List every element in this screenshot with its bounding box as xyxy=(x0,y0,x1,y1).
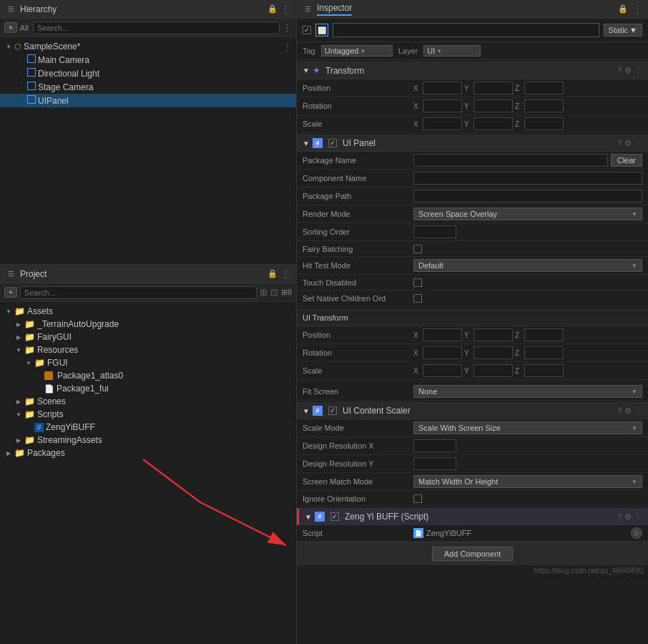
project-item-assets[interactable]: ▼ 📁 Assets xyxy=(0,305,296,318)
hierarchy-item-maincamera[interactable]: Main Camera xyxy=(0,53,296,67)
uipanel-menu-icon[interactable]: ⋮ xyxy=(634,139,642,148)
rot-x-input[interactable]: 0 xyxy=(423,99,462,112)
uirot-x-input[interactable]: 0 xyxy=(423,346,462,359)
script-ref-circle-btn[interactable]: ⊙ xyxy=(631,527,642,539)
hierarchy-item-stagecamera[interactable]: Stage Camera xyxy=(0,80,296,94)
uicontent-active-checkbox[interactable] xyxy=(328,406,337,415)
stagecamera-icon xyxy=(27,82,36,92)
add-component-button[interactable]: Add Component xyxy=(432,547,514,561)
project-menu-icon[interactable]: ⋮ xyxy=(280,268,290,280)
pos-y-input[interactable]: 0 xyxy=(473,82,513,94)
uiscale-x-input[interactable]: 1 xyxy=(423,364,462,377)
uipanel-active-checkbox[interactable] xyxy=(328,139,337,147)
hit-test-mode-dropdown[interactable]: Default ▼ xyxy=(413,259,642,272)
project-item-scenes[interactable]: ▶ 📁 Scenes xyxy=(0,395,296,408)
uitransform-rotation-row: Rotation X 0 Y 0 Z 0 xyxy=(297,344,648,362)
pos-x-input[interactable]: 0 xyxy=(423,82,462,94)
project-item-zengyibuff[interactable]: # ZengYiBUFF xyxy=(0,421,296,434)
project-item-packages[interactable]: ▶ 📁 Packages xyxy=(0,447,296,459)
hierarchy-add-btn[interactable]: + xyxy=(4,22,17,33)
uicontent-menu-icon[interactable]: ⋮ xyxy=(634,406,642,416)
project-icon1[interactable]: ⊞ xyxy=(260,287,267,298)
sorting-order-input[interactable]: 0 xyxy=(413,225,456,238)
set-native-children-checkbox[interactable] xyxy=(413,294,422,303)
component-name-input[interactable]: Component1 xyxy=(413,172,642,185)
hierarchy-panel-icon: ☰ xyxy=(6,4,16,14)
uiscale-y-input[interactable]: 1 xyxy=(473,364,513,377)
transform-section-arrow: ▼ xyxy=(303,67,310,74)
uirot-y-input[interactable]: 0 xyxy=(473,346,513,359)
project-item-terrainautoupgrade[interactable]: ▶ 📁 _TerrainAutoUpgrade xyxy=(0,318,296,331)
uipos-y-input[interactable]: 0 xyxy=(473,328,513,341)
project-add-btn[interactable]: + xyxy=(4,287,17,298)
hierarchy-item-directionallight[interactable]: Directional Light xyxy=(0,67,296,80)
fui-arrow xyxy=(34,384,43,393)
project-search-input[interactable] xyxy=(20,286,257,299)
left-panel: ☰ Hierarchy 🔒 ⋮ + All ⋮ ▼ ⬡ SampleScene* xyxy=(0,0,297,644)
project-item-streamingassets[interactable]: ▶ 📁 StreamingAssets xyxy=(0,434,296,447)
uirot-x-label: X xyxy=(413,349,421,357)
gameobject-cube-icon: ⬜ xyxy=(318,26,326,34)
screen-match-row: Screen Match Mode Match Width Or Height … xyxy=(297,473,648,491)
fairygui-arrow: ▶ xyxy=(14,333,23,341)
rot-z-input[interactable]: 0 xyxy=(524,99,564,112)
touch-disabled-checkbox[interactable] xyxy=(413,278,422,287)
uipanel-sliders-icon[interactable]: ⚙ xyxy=(624,139,632,148)
uiscale-z-input[interactable]: 1 xyxy=(524,364,564,377)
gameobject-active-checkbox[interactable] xyxy=(303,26,311,34)
uicontent-help-icon[interactable]: ? xyxy=(617,406,622,416)
hierarchy-search-input[interactable] xyxy=(33,21,280,34)
project-icon2[interactable]: ⊡ xyxy=(270,287,278,298)
project-item-package1atlas0[interactable]: Package1_atlas0 xyxy=(0,369,296,382)
tag-dropdown[interactable]: Untagged ▼ xyxy=(321,45,393,57)
scale-z-input[interactable]: 0.01666€ xyxy=(524,117,564,130)
render-mode-dropdown[interactable]: Screen Space Overlay ▼ xyxy=(413,208,642,220)
scale-x-input[interactable]: 0.01666€ xyxy=(423,117,462,130)
rot-x-label: X xyxy=(413,102,421,110)
project-item-resources[interactable]: ▼ 📁 Resources xyxy=(0,343,296,356)
hierarchy-menu-icon[interactable]: ⋮ xyxy=(280,4,290,15)
clear-button[interactable]: Clear xyxy=(611,154,642,167)
fit-screen-dropdown[interactable]: None ▼ xyxy=(413,385,642,398)
fairy-batching-checkbox[interactable] xyxy=(413,245,422,253)
design-res-y-input[interactable]: 600 xyxy=(413,457,456,470)
scale-y-input[interactable]: 0.01666€ xyxy=(473,117,513,130)
screen-match-dropdown[interactable]: Match Width Or Height ▼ xyxy=(413,475,642,488)
rot-y-input[interactable]: 0 xyxy=(473,99,513,112)
gameobject-name-input[interactable]: UIPanel xyxy=(333,23,599,37)
ignore-orientation-checkbox[interactable] xyxy=(413,494,422,503)
hierarchy-toolbar-menu[interactable]: ⋮ xyxy=(283,22,292,33)
uipos-x-input[interactable]: 0 xyxy=(423,328,462,341)
inspector-menu-icon[interactable]: ⋮ xyxy=(632,4,642,15)
uicontent-sliders-icon[interactable]: ⚙ xyxy=(624,406,632,416)
inspector-lock-icon[interactable]: 🔒 xyxy=(618,4,628,14)
lock-icon[interactable]: 🔒 xyxy=(267,4,278,14)
transform-help-icon[interactable]: ? xyxy=(617,66,622,75)
static-button[interactable]: Static ▼ xyxy=(604,24,642,36)
zengyibuff-help-icon[interactable]: ? xyxy=(617,512,622,522)
project-item-fairygui[interactable]: ▶ 📁 FairyGUI xyxy=(0,331,296,343)
scale-mode-dropdown[interactable]: Scale With Screen Size ▼ xyxy=(413,421,642,434)
project-item-package1fui[interactable]: 📄 Package1_fui xyxy=(0,382,296,395)
hierarchy-item-samplescene[interactable]: ▼ ⬡ SampleScene* ⋮ xyxy=(0,40,296,53)
uipanel-help-icon[interactable]: ? xyxy=(617,139,622,148)
design-res-x-input[interactable]: 800 xyxy=(413,439,456,452)
project-item-fgui[interactable]: ▼ 📁 FGUI xyxy=(0,356,296,369)
atlas0-arrow xyxy=(34,371,43,380)
uirot-z-input[interactable]: 0 xyxy=(524,346,564,359)
hierarchy-item-uipanel[interactable]: UIPanel xyxy=(0,94,296,107)
terrain-folder-icon: 📁 xyxy=(24,319,35,329)
pos-z-input[interactable]: 0 xyxy=(524,82,564,94)
uipos-z-input[interactable]: 0 xyxy=(524,328,564,341)
transform-sliders-icon[interactable]: ⚙ xyxy=(624,66,632,75)
transform-menu-icon[interactable]: ⋮ xyxy=(634,66,642,75)
zengyibuff-active-checkbox[interactable] xyxy=(330,512,339,521)
package-name-input[interactable]: Package1 xyxy=(413,154,608,167)
samplescene-options[interactable]: ⋮ xyxy=(283,42,292,52)
package-path-input[interactable]: FGUI/Package1 xyxy=(413,190,642,203)
project-item-scripts[interactable]: ▼ 📁 Scripts xyxy=(0,408,296,421)
layer-dropdown[interactable]: UI ▼ xyxy=(423,45,481,57)
zengyibuff-sliders-icon[interactable]: ⚙ xyxy=(624,512,632,522)
project-lock-icon[interactable]: 🔒 xyxy=(267,269,278,278)
zengyibuff-menu-icon[interactable]: ⋮ xyxy=(634,512,642,522)
